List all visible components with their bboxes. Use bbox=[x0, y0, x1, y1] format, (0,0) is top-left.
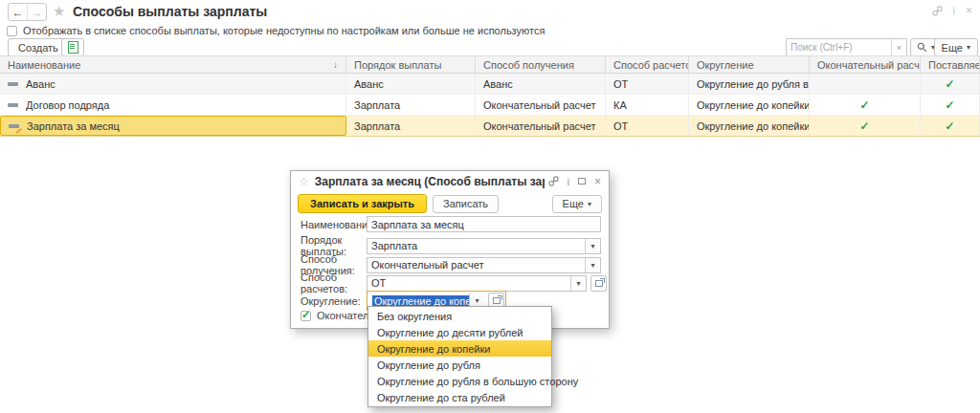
cell-supplied-check: ✓ bbox=[921, 95, 980, 115]
favorite-star-icon[interactable] bbox=[299, 175, 309, 188]
order-combobox[interactable]: Зарплата bbox=[367, 238, 601, 254]
chevron-down-icon bbox=[967, 43, 970, 52]
cell-name: Аванс bbox=[0, 74, 346, 94]
item-icon bbox=[8, 82, 18, 86]
rounding-dropdown-list: Без округления Округление до десяти рубл… bbox=[368, 306, 552, 407]
table-header-row: Наименование Порядок выплаты Способ полу… bbox=[0, 55, 980, 74]
page-title: Способы выплаты зарплаты bbox=[73, 4, 267, 19]
cell-supplied-check: ✓ bbox=[921, 74, 980, 94]
favorite-star-icon[interactable] bbox=[53, 3, 65, 20]
save-button[interactable]: Записать bbox=[433, 195, 499, 213]
col-header-rounding[interactable]: Округление bbox=[689, 56, 810, 73]
dropdown-item-selected[interactable]: Округление до копейки bbox=[368, 340, 551, 357]
cell-method: Аванс bbox=[476, 74, 606, 94]
cell-name: Договор подряда bbox=[0, 95, 346, 115]
search-input[interactable] bbox=[787, 39, 891, 55]
cell-calc: ОТ bbox=[606, 116, 689, 136]
cell-calc: КА bbox=[606, 95, 689, 115]
final-ndfl-checkbox[interactable] bbox=[301, 311, 311, 321]
maximize-icon[interactable] bbox=[578, 178, 586, 185]
cell-supplied-check: ✓ bbox=[921, 116, 980, 136]
name-input[interactable]: Зарплата за месяц bbox=[367, 216, 601, 232]
cell-ndfl-check bbox=[810, 74, 921, 94]
col-header-method[interactable]: Способ получения bbox=[476, 56, 606, 73]
dropdown-arrow-icon[interactable] bbox=[585, 239, 600, 253]
close-dialog-icon[interactable] bbox=[594, 175, 601, 188]
search-clear-icon[interactable] bbox=[891, 39, 906, 55]
dialog-titlebar: Зарплата за месяц (Способ выплаты зарп..… bbox=[291, 171, 609, 191]
cell-method: Окончательный расчет bbox=[476, 116, 606, 136]
search-icon bbox=[917, 42, 927, 53]
show-unavailable-label: Отображать в списке способы выплаты, кот… bbox=[23, 25, 545, 36]
open-icon bbox=[493, 297, 501, 304]
cell-rounding: Округление до рубля в большу... bbox=[689, 74, 810, 94]
close-window-icon[interactable] bbox=[966, 4, 972, 17]
table-row[interactable]: Договор подряда Зарплата Окончательный р… bbox=[0, 95, 980, 116]
link-icon[interactable] bbox=[932, 6, 943, 16]
nav-history-group bbox=[8, 3, 47, 21]
search-box bbox=[786, 38, 907, 56]
back-button[interactable] bbox=[9, 4, 27, 20]
table-row-selected[interactable]: Зарплата за месяц Зарплата Окончательный… bbox=[0, 116, 980, 137]
filter-row: Отображать в списке способы выплаты, кот… bbox=[7, 25, 545, 36]
table-row[interactable]: Аванс Аванс Аванс ОТ Округление до рубля… bbox=[0, 74, 980, 95]
forward-button[interactable] bbox=[27, 4, 46, 20]
create-by-copy-button[interactable] bbox=[61, 38, 84, 56]
window-controls bbox=[932, 4, 972, 17]
method-combobox[interactable]: Окончательный расчет bbox=[367, 257, 601, 273]
col-header-name[interactable]: Наименование bbox=[0, 56, 346, 73]
more-button[interactable]: Еще bbox=[934, 38, 978, 56]
dropdown-item[interactable]: Без округления bbox=[368, 308, 551, 324]
cell-name-active[interactable]: Зарплата за месяц bbox=[0, 116, 346, 136]
cell-order: Зарплата bbox=[346, 116, 476, 136]
chevron-down-icon bbox=[588, 200, 591, 208]
info-icon[interactable] bbox=[953, 5, 955, 16]
cell-order: Зарплата bbox=[346, 95, 476, 115]
field-row-name: Наименование: Зарплата за месяц bbox=[301, 216, 601, 232]
cell-order: Аванс bbox=[346, 74, 476, 94]
name-field-label: Наименование: bbox=[301, 219, 367, 230]
main-titlebar: Способы выплаты зарплаты bbox=[0, 0, 980, 23]
open-value-button[interactable] bbox=[590, 275, 607, 292]
cell-ndfl-check: ✓ bbox=[810, 116, 921, 136]
more-label: Еще bbox=[942, 42, 963, 54]
dialog-title: Зарплата за месяц (Способ выплаты зарп..… bbox=[315, 175, 545, 188]
cell-rounding: Округление до копейки bbox=[689, 116, 810, 136]
dropdown-item[interactable]: Округление до рубля в большую сторону bbox=[368, 373, 551, 389]
dialog-toolbar: Записать и закрыть Записать Еще bbox=[291, 191, 609, 213]
col-header-name-label: Наименование bbox=[8, 59, 80, 71]
open-icon bbox=[595, 280, 603, 287]
sort-descending-icon bbox=[333, 59, 338, 70]
dropdown-item[interactable]: Округление до ста рублей bbox=[368, 389, 551, 405]
dialog-more-button[interactable]: Еще bbox=[552, 195, 602, 213]
item-editing-icon bbox=[9, 124, 19, 128]
payment-methods-table: Наименование Порядок выплаты Способ полу… bbox=[0, 55, 980, 137]
calc-combobox[interactable]: ОТ bbox=[367, 275, 587, 292]
more-label: Еще bbox=[563, 198, 584, 209]
cell-rounding: Округление до копейки bbox=[689, 95, 810, 115]
cell-method: Окончательный расчет bbox=[476, 95, 606, 115]
copy-icon bbox=[68, 41, 78, 54]
create-button[interactable]: Создать bbox=[8, 38, 69, 56]
link-icon[interactable] bbox=[548, 176, 559, 186]
save-and-close-button[interactable]: Записать и закрыть bbox=[298, 194, 427, 213]
show-unavailable-checkbox[interactable] bbox=[7, 26, 17, 36]
item-icon bbox=[8, 103, 18, 107]
col-header-supplied[interactable]: Поставляемый bbox=[921, 56, 980, 73]
dropdown-arrow-icon[interactable] bbox=[585, 258, 600, 272]
rounding-field-label: Округление: bbox=[301, 295, 367, 307]
cell-ndfl-check: ✓ bbox=[810, 95, 921, 115]
selected-value-text: Округление до копейки bbox=[372, 295, 469, 307]
col-header-ndfl[interactable]: Окончательный расчет НДФЛ bbox=[810, 56, 921, 73]
dropdown-item[interactable]: Округление до рубля bbox=[368, 357, 551, 373]
col-header-calc[interactable]: Способ расчетов bbox=[606, 56, 689, 73]
cell-calc: ОТ bbox=[606, 74, 689, 94]
info-icon[interactable] bbox=[568, 175, 569, 188]
dropdown-arrow-icon[interactable] bbox=[570, 276, 586, 291]
col-header-order[interactable]: Порядок выплаты bbox=[346, 56, 476, 73]
dialog-window-controls bbox=[548, 175, 601, 188]
dropdown-item[interactable]: Округление до десяти рублей bbox=[368, 324, 551, 340]
